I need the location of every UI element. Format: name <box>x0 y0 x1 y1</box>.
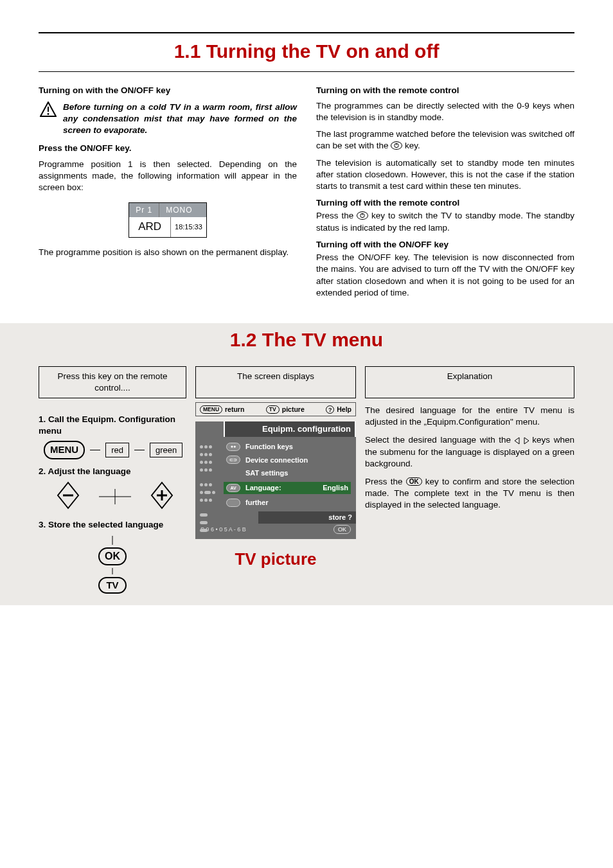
standby-key-icon-2 <box>357 211 368 220</box>
blank-key-icon <box>226 499 240 507</box>
standby-key-icon <box>391 141 402 150</box>
osd-item-sat-settings: SAT settings <box>226 468 351 478</box>
screen-channel: ARD <box>129 217 171 237</box>
left-p1: Programme position 1 is then selected. D… <box>39 159 297 194</box>
screen-pr: Pr 1 <box>129 203 159 217</box>
osd-help: Help <box>337 405 351 414</box>
minus-key-icon <box>57 481 80 513</box>
ok-key-inline: OK <box>406 477 422 486</box>
left-p2: The programme position is also shown on … <box>39 247 297 258</box>
section-1-2-title: 1.2 The TV menu <box>39 327 574 360</box>
right-h1: Turning on with the remote control <box>316 85 574 96</box>
step-1: 1. Call the Equipm. Configuration menu <box>39 414 186 437</box>
osd-item-function-keys: ●● Function keys <box>226 442 351 452</box>
col-header-left: Press this key on the remote control.... <box>39 366 186 398</box>
left-h1: Turning on with the ON/OFF key <box>39 85 297 96</box>
plus-key-icon <box>150 481 173 513</box>
osd-item-device-connection: ⊂⊃ Device connection <box>226 456 351 465</box>
remote-layout-icon <box>199 445 216 533</box>
color-key-icon: ●● <box>226 443 240 451</box>
socket-icon: ⊂⊃ <box>226 456 240 464</box>
section-1-1-title: 1.1 Turning the TV on and off <box>39 36 574 71</box>
left-right-arrows-icon <box>515 435 533 445</box>
svg-marker-16 <box>515 438 519 444</box>
ok-key: OK <box>98 547 127 565</box>
av-key-icon: AV <box>226 484 240 492</box>
osd-top-bar: MENU return TV picture ? Help <box>195 402 356 416</box>
osd-return-key: MENU <box>200 405 222 414</box>
tv-picture-heading: TV picture <box>195 548 356 571</box>
connector-icon <box>99 483 131 511</box>
osd-picture-key: TV <box>266 405 280 414</box>
right-p3: The television is automatically set to s… <box>316 157 574 193</box>
osd-panel: Equipm. configuration ●● <box>195 421 356 539</box>
green-key: green <box>150 443 182 458</box>
right-p2: The last programme watched before the te… <box>316 128 574 152</box>
red-key: red <box>105 443 129 458</box>
svg-marker-17 <box>524 438 529 444</box>
osd-item-further: further <box>226 498 351 508</box>
warning-text: Before turning on a cold TV in a warm ro… <box>63 102 297 137</box>
explain-p3: Press the OK key to confirm and store th… <box>365 476 574 511</box>
col-header-mid: The screen displays <box>195 366 356 398</box>
right-h3: Turning off with the ON/OFF key <box>316 239 574 251</box>
right-h2: Turning off with the remote control <box>316 197 574 209</box>
right-p5: Press the ON/OFF key. The television is … <box>316 252 574 299</box>
left-h2: Press the ON/OFF key. <box>39 143 297 154</box>
osd-return: return <box>225 405 244 414</box>
osd-help-key: ? <box>326 405 334 414</box>
right-p1: The programmes can be directly selected … <box>316 100 574 123</box>
step-3: 3. Store the selected language <box>39 519 186 531</box>
osd-title: Equipm. configuration <box>224 421 356 437</box>
svg-point-2 <box>48 113 49 115</box>
col-header-right: Explanation <box>365 366 574 398</box>
screen-info-box: Pr 1 MONO ARD 18:15:33 <box>129 202 207 238</box>
tv-key: TV <box>98 577 126 594</box>
osd-item-language: AV Language: English <box>224 482 351 494</box>
screen-mode: MONO <box>159 203 199 217</box>
warning-icon <box>40 102 57 120</box>
menu-key: MENU <box>44 441 85 459</box>
explain-p2: Select the desired language with the key… <box>365 434 574 470</box>
osd-ok-mini: OK <box>333 525 351 534</box>
right-p4: Press the key to switch the TV to standb… <box>316 210 574 233</box>
screen-time: 18:15:33 <box>171 217 206 237</box>
explain-p1: The desired language for the entire TV m… <box>365 405 574 428</box>
osd-store: store ? <box>258 511 356 524</box>
step-2: 2. Adjust the language <box>39 466 186 477</box>
osd-picture: picture <box>282 405 305 414</box>
